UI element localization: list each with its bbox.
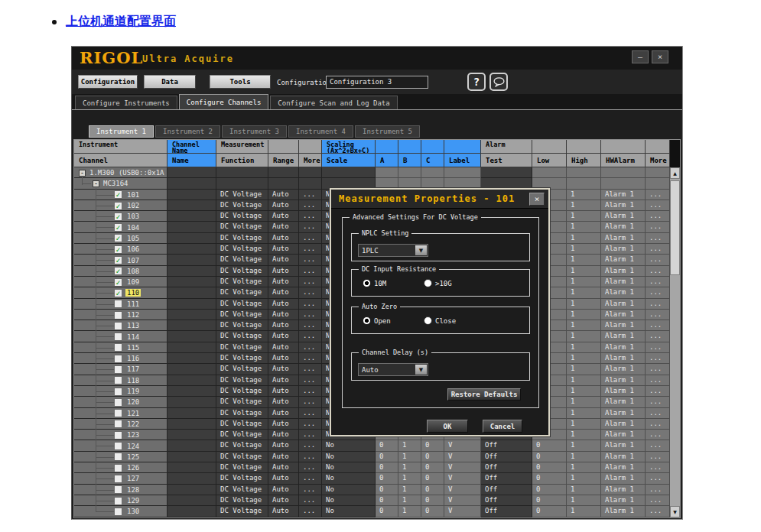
channel-id[interactable]: 111 xyxy=(125,300,141,308)
restore-defaults-button[interactable]: Restore Defaults xyxy=(447,388,521,401)
channel-checkbox[interactable]: ✓ xyxy=(114,245,122,254)
feedback-button[interactable] xyxy=(489,73,508,91)
channel-id[interactable]: 117 xyxy=(125,365,141,373)
channel-id[interactable]: 113 xyxy=(125,322,141,329)
dc-input-resistance-option-10g[interactable]: >10G xyxy=(424,279,452,287)
channel-checkbox[interactable]: ✓ xyxy=(114,289,122,297)
instrument-tab-instrument-5[interactable]: Instrument 5 xyxy=(355,125,420,138)
channel-checkbox[interactable] xyxy=(114,475,122,483)
channel-id[interactable]: 124 xyxy=(125,443,141,450)
cell-range: Auto xyxy=(268,430,299,440)
cancel-button[interactable]: Cancel xyxy=(483,420,522,433)
channel-checkbox[interactable] xyxy=(114,343,122,352)
channel-id[interactable]: 120 xyxy=(125,398,141,406)
instrument-tab-instrument-1[interactable]: Instrument 1 xyxy=(89,125,154,138)
channel-checkbox[interactable] xyxy=(114,365,122,374)
minimize-button[interactable]: – xyxy=(632,50,649,63)
page-link[interactable]: 上位机通道配置界面 xyxy=(66,14,176,30)
channel-id[interactable]: 112 xyxy=(125,311,141,319)
channel-checkbox[interactable]: ✓ xyxy=(114,202,122,210)
channel-checkbox[interactable] xyxy=(114,508,122,516)
help-button[interactable]: ? xyxy=(467,73,486,91)
channel-checkbox[interactable] xyxy=(114,388,122,396)
channel-id[interactable]: 114 xyxy=(125,333,141,341)
channel-id[interactable]: 125 xyxy=(125,453,141,461)
instrument-tab-instrument-3[interactable]: Instrument 3 xyxy=(222,125,287,138)
channel-id[interactable]: 104 xyxy=(125,224,141,232)
channel-checkbox[interactable] xyxy=(114,300,122,308)
configuration-menu-button[interactable]: Configuration xyxy=(78,75,138,89)
channel-checkbox[interactable]: ✓ xyxy=(114,223,122,232)
data-menu-button[interactable]: Data xyxy=(144,75,196,89)
channel-id[interactable]: 118 xyxy=(125,377,141,384)
channel-id[interactable]: 119 xyxy=(125,388,141,395)
channel-id[interactable]: 116 xyxy=(125,355,141,362)
tools-menu-button[interactable]: Tools xyxy=(210,75,271,89)
channel-id[interactable]: 122 xyxy=(125,420,141,428)
channel-id[interactable]: 126 xyxy=(125,464,141,472)
collapse-icon[interactable]: - xyxy=(79,170,86,177)
configuration-field[interactable]: Configuration 3 xyxy=(326,76,428,89)
channel-id[interactable]: 105 xyxy=(125,235,141,242)
scroll-down-button[interactable]: ▼ xyxy=(670,506,680,517)
channel-checkbox[interactable]: ✓ xyxy=(114,234,122,242)
channel-checkbox[interactable] xyxy=(114,464,122,472)
channel-id[interactable]: 127 xyxy=(125,475,141,482)
channel-id[interactable]: 115 xyxy=(125,344,141,352)
channel-checkbox[interactable]: ✓ xyxy=(114,190,122,199)
dialog-close-button[interactable]: × xyxy=(529,193,545,206)
tab-configure-instruments[interactable]: Configure Instruments xyxy=(75,96,177,109)
channel-checkbox[interactable]: ✓ xyxy=(114,278,122,287)
tab-configure-scan-and-log-data[interactable]: Configure Scan and Log Data xyxy=(270,96,397,109)
channel-checkbox[interactable] xyxy=(114,442,122,450)
channel-checkbox[interactable]: ✓ xyxy=(114,256,122,264)
channel-checkbox[interactable] xyxy=(114,409,122,417)
tab-configure-channels[interactable]: Configure Channels xyxy=(179,94,269,109)
scroll-up-button[interactable]: ▲ xyxy=(670,167,680,179)
channel-checkbox[interactable] xyxy=(114,431,122,440)
collapse-icon[interactable]: - xyxy=(93,180,99,187)
channel-delay-dropdown[interactable]: Auto ▼ xyxy=(358,363,428,376)
channel-checkbox[interactable] xyxy=(114,322,122,330)
cell-more2 xyxy=(646,167,670,178)
channel-checkbox[interactable]: ✓ xyxy=(114,212,122,221)
channel-id[interactable]: 109 xyxy=(125,278,141,286)
nplc-dropdown[interactable]: 1PLC ▼ xyxy=(358,244,428,257)
channel-checkbox[interactable] xyxy=(114,485,122,494)
instrument-tab-instrument-4[interactable]: Instrument 4 xyxy=(288,125,353,138)
channel-checkbox[interactable]: ✓ xyxy=(114,267,122,275)
channel-checkbox[interactable] xyxy=(114,398,122,407)
channel-checkbox[interactable] xyxy=(114,311,122,320)
channel-checkbox[interactable] xyxy=(114,420,122,428)
ok-button[interactable]: OK xyxy=(427,420,468,433)
channel-checkbox[interactable] xyxy=(114,332,122,341)
channel-id[interactable]: 106 xyxy=(125,245,141,253)
cell-scale: No xyxy=(322,495,376,506)
channel-checkbox[interactable] xyxy=(114,355,122,363)
close-button[interactable]: × xyxy=(652,50,668,63)
cell-range: Auto xyxy=(268,310,299,320)
channel-id[interactable]: 129 xyxy=(125,497,141,504)
channel-id[interactable]: 101 xyxy=(125,191,141,199)
channel-checkbox[interactable] xyxy=(114,497,122,505)
instrument-tab-instrument-2[interactable]: Instrument 2 xyxy=(155,125,220,138)
auto-zero-option-open[interactable]: Open xyxy=(363,316,391,325)
vertical-scrollbar[interactable]: ▲ ▼ xyxy=(670,167,680,517)
channel-id[interactable]: 103 xyxy=(125,212,141,220)
scrollbar-thumb[interactable] xyxy=(670,180,680,275)
channel-id[interactable]: 102 xyxy=(125,202,141,209)
channel-id[interactable]: 108 xyxy=(125,268,141,275)
tree-cell: 123 xyxy=(74,430,167,440)
cell-function xyxy=(216,178,268,189)
channel-id[interactable]: 123 xyxy=(125,431,141,439)
tree-vline xyxy=(96,188,96,512)
channel-id[interactable]: 121 xyxy=(125,410,141,417)
dc-input-resistance-option-10m[interactable]: 10M xyxy=(363,279,386,287)
channel-id[interactable]: 130 xyxy=(125,508,141,515)
auto-zero-option-close[interactable]: Close xyxy=(424,316,456,325)
channel-id[interactable]: 128 xyxy=(125,486,141,494)
channel-id[interactable]: 107 xyxy=(125,257,141,264)
channel-checkbox[interactable] xyxy=(114,453,122,461)
channel-checkbox[interactable] xyxy=(114,376,122,384)
channel-id[interactable]: 110 xyxy=(125,289,141,297)
